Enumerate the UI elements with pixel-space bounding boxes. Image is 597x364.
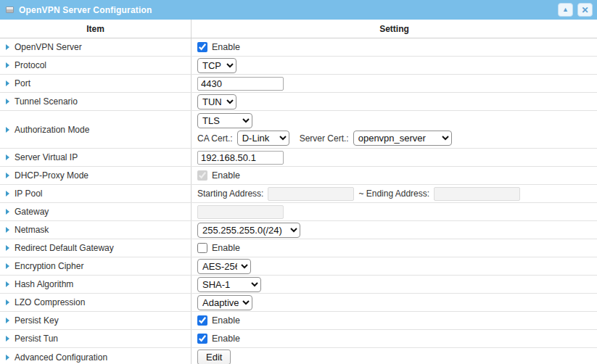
row-label: Advanced Configuration [15, 352, 107, 363]
gateway-input [197, 205, 284, 219]
table-header-row: Item Setting [0, 20, 597, 38]
row-label: Port [15, 78, 30, 88]
collapse-arrow-icon: ▲ [562, 7, 569, 13]
row-lzo-compression: LZO Compression Adaptive [0, 294, 597, 312]
row-label: LZO Compression [15, 297, 85, 307]
row-label: Persist Key [15, 315, 59, 326]
server-cert-label: Server Cert.: [300, 133, 349, 144]
row-label: Gateway [15, 207, 49, 217]
starting-address-input [268, 187, 354, 201]
row-label: Netmask [15, 225, 49, 235]
netmask-select[interactable]: 255.255.255.0(/24) [197, 223, 300, 238]
bullet-icon [6, 173, 9, 178]
checkbox-label: Enable [212, 170, 240, 181]
row-tunnel-scenario: Tunnel Scenario TUN [0, 93, 597, 111]
bullet-icon [6, 154, 9, 160]
row-redirect-default-gateway: Redirect Default Gateway Enable [0, 239, 597, 257]
ending-address-label: ~ Ending Address: [358, 189, 429, 199]
server-cert-select[interactable]: openvpn_server [353, 131, 452, 146]
row-encryption-cipher: Encryption Cipher AES-256 [0, 257, 597, 276]
row-advanced-configuration: Advanced Configuration Edit [0, 348, 597, 364]
persist-key-enable-checkbox[interactable] [197, 315, 207, 326]
bullet-icon [6, 80, 9, 86]
authorization-mode-select[interactable]: TLS [197, 113, 252, 128]
row-hash-algorithm: Hash Algorithm SHA-1 [0, 276, 597, 294]
row-label: Encryption Cipher [15, 261, 83, 271]
row-persist-tun: Persist Tun Enable [0, 330, 597, 348]
close-icon: ✕ [581, 6, 588, 15]
header-item: Item [0, 20, 191, 38]
lzo-compression-select[interactable]: Adaptive [197, 295, 252, 310]
bullet-icon [6, 44, 9, 50]
row-label: Protocol [15, 60, 46, 70]
row-label: Hash Algorithm [15, 279, 73, 289]
ca-cert-select[interactable]: D-Link [237, 131, 289, 146]
bullet-icon [6, 263, 9, 269]
port-input[interactable] [197, 77, 284, 91]
bullet-icon [6, 209, 9, 215]
openvpn-server-enable-checkbox[interactable] [197, 42, 207, 52]
server-virtual-ip-input[interactable] [197, 151, 284, 165]
row-label: Server Virtual IP [15, 152, 78, 162]
bullet-icon [6, 336, 9, 342]
row-label: Authorization Mode [15, 125, 89, 135]
row-persist-key: Persist Key Enable [0, 312, 597, 330]
row-label: IP Pool [15, 189, 42, 199]
tunnel-scenario-select[interactable]: TUN [197, 94, 236, 109]
encryption-cipher-select[interactable]: AES-256 [197, 259, 251, 274]
window-title: OpenVPN Server Configuration [19, 5, 152, 15]
bullet-icon [6, 62, 9, 68]
row-label: Redirect Default Gateway [15, 243, 114, 253]
persist-tun-enable-checkbox[interactable] [197, 334, 207, 344]
row-label: Tunnel Scenario [15, 96, 78, 107]
bullet-icon [6, 191, 9, 197]
bullet-icon [6, 99, 9, 104]
row-openvpn-server: OpenVPN Server Enable [0, 38, 597, 57]
collapse-button[interactable]: ▲ [558, 3, 573, 17]
bullet-icon [6, 355, 9, 360]
row-label: DHCP-Proxy Mode [15, 170, 88, 181]
config-table: Item Setting OpenVPN Server Enable Proto… [0, 20, 597, 364]
row-gateway: Gateway [0, 203, 597, 221]
checkbox-label: Enable [212, 334, 240, 344]
header-setting: Setting [191, 20, 597, 38]
ending-address-input [434, 187, 520, 201]
bullet-icon [6, 245, 9, 251]
starting-address-label: Starting Address: [197, 189, 263, 199]
bullet-icon [6, 227, 9, 233]
bullet-icon [6, 281, 9, 287]
row-label: Persist Tun [15, 334, 58, 344]
advanced-edit-button[interactable]: Edit [197, 349, 231, 364]
row-label: OpenVPN Server [15, 42, 82, 52]
row-server-virtual-ip: Server Virtual IP [0, 149, 597, 167]
bullet-icon [6, 127, 9, 133]
close-button[interactable]: ✕ [577, 3, 593, 17]
row-ip-pool: IP Pool Starting Address: ~ Ending Addre… [0, 185, 597, 203]
row-authorization-mode: Authorization Mode TLS CA Cert.: D-Link … [0, 111, 597, 149]
row-dhcp-proxy-mode: DHCP-Proxy Mode Enable [0, 167, 597, 185]
bullet-icon [6, 299, 9, 305]
bullet-icon [6, 318, 9, 323]
checkbox-label: Enable [212, 42, 240, 52]
checkbox-label: Enable [212, 243, 240, 253]
openvpn-config-panel: OpenVPN Server Configuration ▲ ✕ Item Se… [0, 0, 597, 364]
ca-cert-label: CA Cert.: [197, 133, 233, 144]
hash-algorithm-select[interactable]: SHA-1 [197, 277, 261, 292]
protocol-select[interactable]: TCP [197, 58, 236, 73]
window-titlebar: OpenVPN Server Configuration ▲ ✕ [0, 0, 597, 20]
row-protocol: Protocol TCP [0, 57, 597, 75]
redirect-gateway-enable-checkbox[interactable] [197, 243, 207, 253]
checkbox-label: Enable [212, 315, 240, 326]
row-port: Port [0, 75, 597, 93]
row-netmask: Netmask 255.255.255.0(/24) [0, 221, 597, 239]
dhcp-proxy-enable-checkbox [197, 170, 207, 181]
window-icon [6, 7, 14, 13]
